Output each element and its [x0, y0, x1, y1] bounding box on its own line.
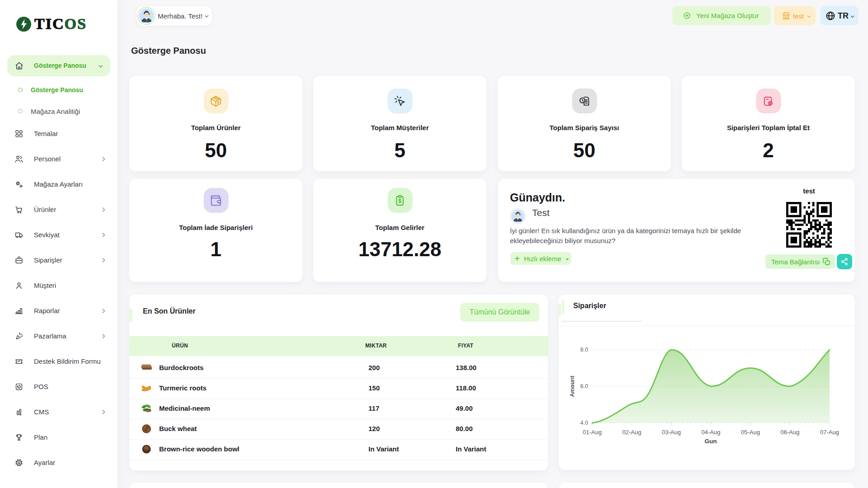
svg-text:6.0: 6.0	[580, 383, 588, 389]
svg-text:07-Aug: 07-Aug	[820, 429, 839, 436]
svg-text:8.0: 8.0	[580, 347, 588, 353]
svg-text:02-Aug: 02-Aug	[623, 429, 642, 436]
svg-text:03-Aug: 03-Aug	[662, 429, 681, 436]
svg-text:05-Aug: 05-Aug	[741, 429, 760, 436]
svg-text:$: $	[398, 198, 401, 204]
svg-text:Amount: Amount	[569, 375, 576, 397]
svg-text:Gun: Gun	[705, 438, 717, 445]
svg-text:4.0: 4.0	[580, 420, 588, 426]
svg-text:06-Aug: 06-Aug	[781, 429, 800, 436]
svg-text:04-Aug: 04-Aug	[702, 429, 721, 436]
svg-text:01-Aug: 01-Aug	[583, 429, 602, 436]
